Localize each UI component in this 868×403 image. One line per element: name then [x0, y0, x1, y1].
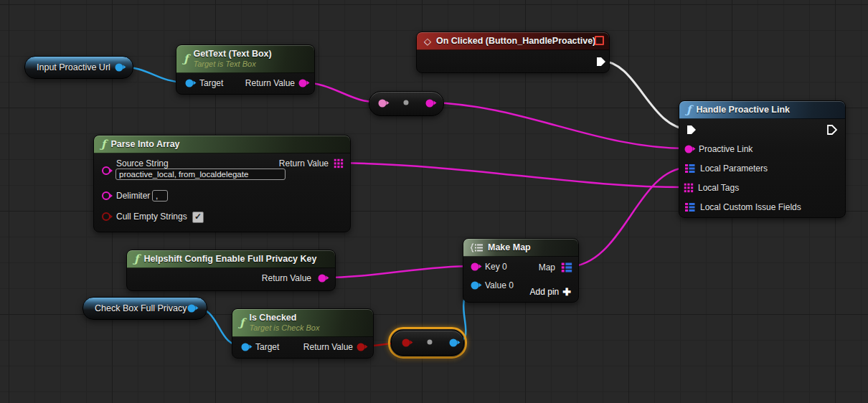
- pin-label: Return Value: [245, 78, 295, 88]
- make-map-icon: [471, 243, 483, 252]
- blueprint-graph-canvas[interactable]: { "icons": { "function_glyph": "ƒ", "eve…: [0, 0, 868, 403]
- key0-pin[interactable]: [471, 263, 479, 271]
- exec-in-pin[interactable]: [687, 125, 697, 136]
- value0-pin[interactable]: [471, 282, 479, 290]
- pin-label: Return Value: [262, 273, 311, 283]
- return-value-pin[interactable]: [357, 343, 365, 351]
- proactive-link-pin[interactable]: [685, 146, 693, 153]
- output-pin-check-box-full-privacy[interactable]: [188, 305, 196, 313]
- exec-out-pin[interactable]: [596, 57, 607, 67]
- node-title: Helpshift Config Enable Full Privacy Key: [143, 254, 316, 264]
- target-pin[interactable]: [242, 343, 250, 351]
- reroute-node-bool[interactable]: [391, 330, 464, 356]
- add-pin-button[interactable]: Add pin ✚: [530, 287, 571, 297]
- node-header[interactable]: ƒ Parse Into Array: [94, 136, 350, 153]
- map-pin-local-custom-issue-fields[interactable]: [685, 202, 695, 212]
- delimiter-pin[interactable]: [102, 191, 110, 200]
- cull-empty-strings-pin[interactable]: [102, 212, 110, 221]
- pin-label: Value 0: [485, 280, 514, 290]
- pin-label: Local Parameters: [700, 163, 768, 174]
- source-string-input[interactable]: [115, 169, 286, 180]
- function-icon: ƒ: [687, 105, 691, 115]
- pin-label: Local Custom Issue Fields: [700, 202, 801, 212]
- output-pin-input-proactive-url[interactable]: [115, 64, 123, 72]
- map-pin-output[interactable]: [562, 262, 572, 273]
- node-helpshift-config-enable-full-privacy-key[interactable]: ƒ Helpshift Config Enable Full Privacy K…: [126, 250, 336, 291]
- cull-empty-strings-checkbox[interactable]: ✓: [192, 212, 204, 223]
- variable-node-check-box-full-privacy[interactable]: Check Box Full Privacy: [82, 297, 207, 320]
- map-pin-local-parameters[interactable]: [685, 163, 695, 174]
- reroute-in-pin[interactable]: [402, 339, 410, 347]
- pin-label: Target: [199, 78, 223, 88]
- node-header[interactable]: Make Map: [463, 239, 578, 257]
- reroute-in-pin[interactable]: [379, 100, 387, 108]
- source-string-pin[interactable]: [102, 166, 110, 175]
- node-subtitle: Target is Check Box: [249, 323, 319, 333]
- node-is-checked[interactable]: ƒ Is Checked Target is Check Box Target …: [232, 308, 374, 359]
- node-header[interactable]: ƒ Helpshift Config Enable Full Privacy K…: [127, 250, 335, 268]
- function-icon: ƒ: [184, 54, 188, 65]
- node-title: Handle Proactive Link: [696, 105, 790, 115]
- node-on-clicked[interactable]: ◇ On Clicked (Button_HandleProactive): [416, 32, 610, 73]
- pin-label: Return Value: [279, 158, 329, 169]
- plus-icon: ✚: [562, 287, 571, 297]
- node-title: Make Map: [488, 242, 531, 252]
- variable-node-input-proactive-url[interactable]: Input Proactive Url: [24, 56, 133, 79]
- exec-out-pin[interactable]: [827, 125, 838, 136]
- node-header[interactable]: ƒ Handle Proactive Link: [679, 101, 845, 119]
- pin-label: Source String: [116, 158, 169, 169]
- node-handle-proactive-link[interactable]: ƒ Handle Proactive Link Proactive Link L…: [679, 100, 846, 218]
- function-icon: ƒ: [240, 318, 244, 328]
- return-value-pin[interactable]: [299, 80, 307, 87]
- node-subtitle: Target is Text Box: [193, 60, 271, 69]
- reroute-out-pin[interactable]: [450, 339, 458, 347]
- node-parse-into-array[interactable]: ƒ Parse Into Array Source String Delimit…: [93, 135, 351, 232]
- reroute-dot-icon: [428, 340, 433, 345]
- array-pin-return-value[interactable]: [334, 159, 344, 169]
- node-header[interactable]: ◇ On Clicked (Button_HandleProactive): [417, 32, 609, 50]
- pin-label: Local Tags: [698, 183, 739, 193]
- node-title: GetText (Text Box): [193, 49, 271, 60]
- node-make-map[interactable]: Make Map Key 0 Map Value 0 Add pin ✚: [463, 238, 579, 303]
- delegate-pin-icon[interactable]: [595, 36, 604, 45]
- function-icon: ƒ: [101, 139, 105, 150]
- node-header[interactable]: ƒ GetText (Text Box) Target is Text Box: [176, 45, 314, 73]
- wire-onclicked-to-handle-exec: [601, 61, 689, 129]
- pin-label: Target: [255, 342, 279, 352]
- reroute-node-string[interactable]: [369, 91, 444, 116]
- wire-reroute1-to-proactivelink: [430, 103, 687, 148]
- pin-label: Map: [539, 262, 555, 272]
- pin-label: Proactive Link: [699, 144, 753, 154]
- return-value-pin[interactable]: [319, 275, 326, 283]
- add-pin-label: Add pin: [530, 287, 560, 297]
- pin-label: Return Value: [303, 342, 353, 352]
- wire-parsearray-to-localtags: [339, 163, 685, 187]
- array-pin-local-tags[interactable]: [684, 184, 694, 193]
- reroute-out-pin[interactable]: [426, 100, 434, 108]
- wire-helpshift-to-key0: [323, 266, 473, 278]
- pin-label: Cull Empty Strings: [116, 212, 187, 222]
- pin-label: Delimiter: [116, 191, 150, 201]
- function-icon: ƒ: [134, 254, 138, 265]
- target-pin[interactable]: [186, 80, 194, 87]
- pin-label: Key 0: [485, 262, 507, 272]
- reroute-dot-icon: [404, 100, 409, 105]
- event-diamond-icon: ◇: [424, 37, 431, 46]
- node-title: Parse Into Array: [110, 139, 179, 149]
- variable-label: Check Box Full Privacy: [95, 303, 187, 313]
- node-header[interactable]: ƒ Is Checked Target is Check Box: [232, 309, 373, 337]
- node-title: Is Checked: [249, 313, 319, 323]
- node-title: On Clicked (Button_HandleProactive): [436, 36, 595, 46]
- variable-label: Input Proactive Url: [37, 62, 110, 72]
- reroute-selection-outline: [388, 327, 467, 359]
- delimiter-input[interactable]: [152, 190, 168, 202]
- node-gettext[interactable]: ƒ GetText (Text Box) Target is Text Box …: [176, 44, 315, 95]
